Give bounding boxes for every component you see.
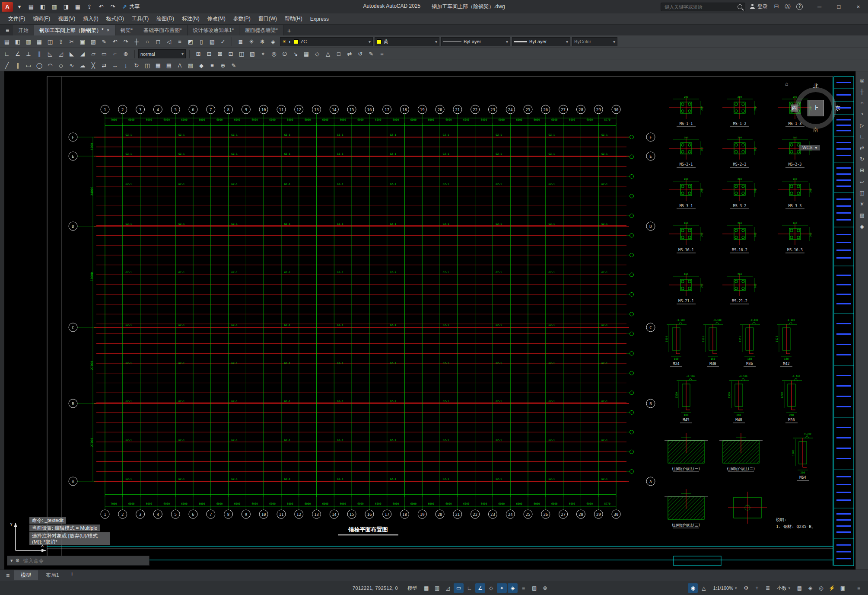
menu-dimension[interactable]: 标注(N) bbox=[178, 13, 203, 24]
rotate-gizmo-icon[interactable]: ↻ bbox=[857, 154, 867, 164]
ucs-face-icon[interactable]: ⊥ bbox=[23, 49, 34, 59]
drawing-area[interactable]: 1170007000226000600033600060004460006000… bbox=[4, 71, 855, 569]
workspace-switching-icon[interactable]: ⚙ bbox=[741, 583, 751, 593]
menu-express[interactable]: Express bbox=[306, 14, 333, 24]
named-views-icon[interactable]: ⊚ bbox=[121, 49, 131, 59]
isodraft-icon[interactable]: ◇ bbox=[486, 583, 496, 593]
layout-tabs-menu-icon[interactable]: ≡ bbox=[3, 572, 13, 579]
layer-properties-icon[interactable]: ≣ bbox=[235, 37, 246, 46]
sun-properties-icon[interactable]: ☀ bbox=[857, 199, 867, 209]
share-button[interactable]: ⇗ 共享 bbox=[122, 3, 140, 10]
offset-icon[interactable]: ◫ bbox=[142, 61, 153, 70]
assistant-icon[interactable]: Ⓐ bbox=[783, 3, 792, 11]
tab-steel-frame[interactable]: 钢架* bbox=[115, 25, 139, 35]
center-mark-icon[interactable]: ⌖ bbox=[258, 49, 268, 59]
lock-ui-icon[interactable]: ◈ bbox=[805, 583, 815, 593]
command-line[interactable]: ▾ ⚙ bbox=[7, 556, 149, 566]
hatch-icon[interactable]: ▧ bbox=[185, 61, 196, 70]
tab-foundation-plan[interactable]: 基础平面布置图* bbox=[138, 25, 188, 35]
layout-tab-model[interactable]: 模型 bbox=[14, 570, 38, 580]
zoom-window-icon[interactable]: ◻ bbox=[153, 37, 163, 46]
plotstyle-combo[interactable]: ByColor ▾ bbox=[572, 37, 617, 46]
create-block-icon[interactable]: ⊟ bbox=[204, 49, 214, 59]
orbit-icon[interactable]: ◔ bbox=[857, 109, 867, 119]
zoom-previous-icon[interactable]: ◁ bbox=[164, 37, 174, 46]
open-file-icon[interactable]: ◧ bbox=[38, 2, 48, 12]
save-icon[interactable]: ▥ bbox=[23, 37, 34, 46]
viewcube-south[interactable]: 南 bbox=[813, 126, 818, 134]
ucs-z-icon[interactable]: ⌐ bbox=[110, 49, 120, 59]
swap-icon[interactable]: ⇄ bbox=[344, 49, 355, 59]
multileader-icon[interactable]: ✎ bbox=[229, 61, 239, 70]
attach-image-icon[interactable]: ◫ bbox=[236, 49, 247, 59]
tab-design-change-notice[interactable]: 设计修改通知单1* bbox=[188, 25, 239, 35]
annotation-monitor-icon[interactable]: + bbox=[752, 583, 762, 593]
rectangle-tool-icon[interactable]: □ bbox=[334, 49, 344, 59]
file-tabs-menu-icon[interactable]: ≡ bbox=[2, 25, 13, 35]
trim-icon[interactable]: ▤ bbox=[164, 61, 174, 70]
linetype-combo-arrow-icon[interactable]: ▾ bbox=[506, 39, 508, 44]
insert-block-icon[interactable]: ⊞ bbox=[193, 49, 203, 59]
cart-icon[interactable]: ⊟ bbox=[772, 3, 781, 11]
layout-tab-layout1[interactable]: 布局1 bbox=[39, 570, 66, 580]
recent-commands-icon[interactable]: ▾ bbox=[10, 558, 13, 563]
array-icon[interactable]: ▦ bbox=[153, 61, 163, 70]
hatch-edit-icon[interactable]: ▦ bbox=[301, 49, 312, 59]
spline-icon[interactable]: ∿ bbox=[67, 61, 77, 70]
maximize-button[interactable]: □ bbox=[829, 0, 849, 13]
save-icon[interactable]: ▥ bbox=[49, 2, 60, 12]
annotation-autoscale-icon[interactable]: △ bbox=[699, 583, 709, 593]
viewcube-top-face[interactable]: 上 bbox=[808, 100, 824, 116]
clean-screen-icon[interactable]: ▣ bbox=[838, 583, 848, 593]
transparency-icon[interactable]: ▨ bbox=[529, 583, 539, 593]
plot-icon[interactable]: ▦ bbox=[73, 2, 83, 12]
redo-icon[interactable]: ↷ bbox=[121, 37, 131, 46]
selection-cycling-icon[interactable]: ⊚ bbox=[540, 583, 550, 593]
text-style-combo[interactable]: normal ▾ bbox=[138, 49, 186, 58]
construction-line-icon[interactable]: ∥ bbox=[13, 61, 23, 70]
block-editor-icon[interactable]: ⊠ bbox=[215, 49, 225, 59]
customization-icon[interactable]: ≡ bbox=[854, 583, 864, 593]
menu-edit[interactable]: 编辑(E) bbox=[29, 13, 54, 24]
polygon-icon[interactable]: ◇ bbox=[56, 61, 66, 70]
steering-wheel-icon[interactable]: ◎ bbox=[857, 76, 867, 85]
erase-icon[interactable]: ╳ bbox=[88, 61, 99, 70]
paste-icon[interactable]: ▨ bbox=[88, 37, 99, 46]
add-layout-button[interactable]: + bbox=[67, 570, 77, 580]
edit-text-icon[interactable]: ✎ bbox=[366, 49, 376, 59]
properties-icon[interactable]: ≡ bbox=[175, 37, 185, 46]
tab-roof-purlin[interactable]: 屋面檩条墙梁* bbox=[239, 25, 283, 35]
showmotion-icon[interactable]: ▷ bbox=[857, 121, 867, 130]
color-combo-arrow-icon[interactable]: ▾ bbox=[435, 39, 437, 44]
markup-icon[interactable]: ✓ bbox=[218, 37, 228, 46]
redo-icon[interactable]: ↷ bbox=[108, 2, 118, 12]
menu-help[interactable]: 帮助(H) bbox=[281, 13, 306, 24]
clip-icon[interactable]: ▧ bbox=[247, 49, 258, 59]
save-as-icon[interactable]: ◨ bbox=[61, 2, 71, 12]
match-properties-icon[interactable]: ✎ bbox=[99, 37, 109, 46]
point-style-icon[interactable]: ◎ bbox=[269, 49, 279, 59]
menu-tools[interactable]: 工具(T) bbox=[128, 13, 153, 24]
sheet-set-icon[interactable]: ▧ bbox=[207, 37, 217, 46]
materials-icon[interactable]: ▨ bbox=[857, 211, 867, 220]
search-box[interactable] bbox=[661, 3, 745, 11]
stretch-icon[interactable]: ↕ bbox=[121, 61, 131, 70]
move-gizmo-icon[interactable]: ⇄ bbox=[857, 143, 867, 153]
close-tab-icon[interactable]: × bbox=[107, 27, 110, 33]
mirror-icon[interactable]: ⇄ bbox=[99, 61, 109, 70]
list-icon[interactable]: ≡ bbox=[377, 49, 387, 59]
viewcube-east[interactable]: 东 bbox=[835, 105, 840, 112]
annotation-scale-button[interactable]: 1:1/100%▾ bbox=[709, 584, 740, 592]
menu-window[interactable]: 窗口(W) bbox=[254, 13, 281, 24]
triangle-tool-icon[interactable]: △ bbox=[323, 49, 333, 59]
revision-cloud-icon[interactable]: ☁ bbox=[77, 61, 88, 70]
menu-view[interactable]: 视图(V) bbox=[54, 13, 79, 24]
cut-icon[interactable]: ✂ bbox=[67, 37, 77, 46]
isolate-objects-icon[interactable]: ◎ bbox=[816, 583, 826, 593]
annotation-visibility-icon[interactable]: ◉ bbox=[688, 583, 698, 593]
zoom-extents-icon[interactable]: ○ bbox=[857, 98, 867, 108]
search-icon[interactable] bbox=[738, 4, 742, 9]
object-snap-tracking-icon[interactable]: ⌖ bbox=[497, 583, 507, 593]
lineweight-combo[interactable]: ByLayer ▾ bbox=[512, 37, 570, 46]
lineweight-combo-arrow-icon[interactable]: ▾ bbox=[566, 39, 568, 44]
